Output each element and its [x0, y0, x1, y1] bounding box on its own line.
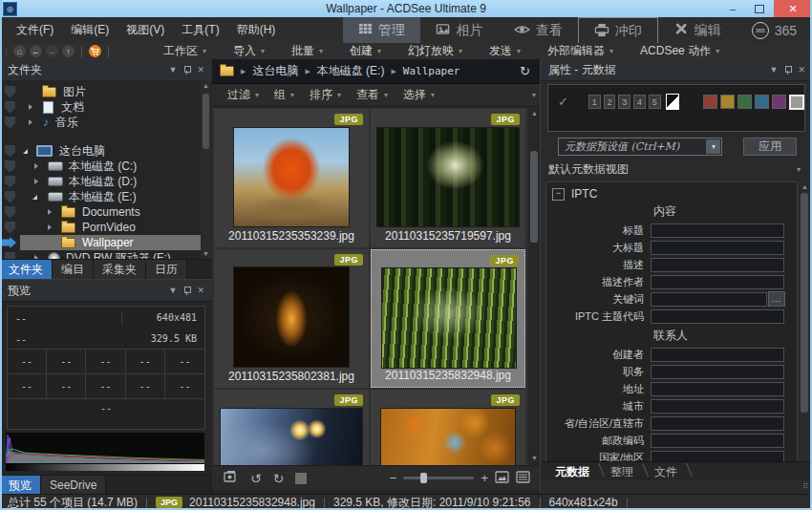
up-button[interactable]: ↑ — [62, 45, 75, 57]
scroll-down-icon[interactable]: ▼ — [529, 454, 540, 463]
thumbnail-tile[interactable]: JPG — [214, 390, 369, 465]
expand-icon[interactable] — [48, 224, 52, 230]
collapse-section-icon[interactable]: − — [552, 188, 565, 201]
tab-edit[interactable]: 编辑 — [658, 17, 737, 43]
view-menu[interactable]: 查看▾ — [349, 87, 395, 103]
apply-button[interactable]: 应用 — [743, 138, 797, 156]
panel-close-icon[interactable]: ✕ — [798, 65, 805, 74]
maximize-button[interactable] — [749, 0, 770, 17]
metadata-preset-combo[interactable]: 元数据预设值 (Ctrl+M) ▾ — [558, 138, 722, 156]
pin-icon[interactable] — [784, 66, 791, 74]
thumbnail-tile-selected[interactable]: JPG 20110315235832948.jpg — [371, 249, 525, 388]
panel-close-icon[interactable]: ✕ — [197, 65, 204, 74]
tab-folders[interactable]: 文件夹 — [0, 260, 53, 279]
import-photos-icon[interactable] — [224, 470, 239, 486]
menu-edit[interactable]: 编辑(E) — [62, 17, 118, 43]
combo-dropdown-icon[interactable]: ▾ — [706, 139, 720, 154]
toolbar-grip[interactable]: ⋮ — [2, 47, 10, 56]
scrollbar-thumb[interactable] — [530, 151, 538, 243]
zoom-slider[interactable] — [403, 477, 474, 479]
clear-rating-button[interactable] — [666, 94, 679, 110]
group-menu[interactable]: 组▾ — [267, 87, 302, 103]
tree-item-disk-d[interactable]: 本地磁盘 (D:) — [0, 174, 201, 189]
menu-file[interactable]: 文件(F) — [8, 17, 62, 43]
tab-print[interactable]: 冲印 — [578, 17, 658, 45]
metadata-field-input[interactable] — [651, 399, 784, 414]
metadata-field-input[interactable] — [651, 275, 784, 289]
zoom-in-button[interactable]: + — [481, 471, 488, 485]
slideshow-menu[interactable]: 幻灯放映▾ — [395, 43, 476, 59]
tag-checkbox[interactable]: ✓ — [558, 95, 568, 109]
expand-icon[interactable] — [48, 209, 52, 215]
metadata-scrollbar[interactable]: ▲ ▼ — [799, 181, 810, 473]
minimize-button[interactable]: – — [722, 0, 743, 17]
scroll-up-icon[interactable]: ▲ — [201, 81, 211, 91]
back-button[interactable]: ← — [30, 45, 42, 57]
metadata-view-selector[interactable]: 默认元数据视图 ▾ — [548, 160, 804, 178]
color-label-red[interactable] — [703, 95, 717, 109]
scroll-up-icon[interactable]: ▲ — [800, 182, 810, 192]
tree-item-pornvideo-folder[interactable]: PornVideo — [0, 220, 201, 235]
cart-icon[interactable] — [89, 45, 101, 57]
panel-menu-icon[interactable]: ▼ — [169, 65, 178, 74]
metadata-field-input[interactable] — [651, 309, 784, 324]
tree-item-documents-lib[interactable]: 文档 — [0, 99, 201, 115]
tab-metadata[interactable]: 元数据 — [546, 462, 602, 480]
zoom-out-button[interactable]: − — [390, 471, 397, 485]
thumbnail-image[interactable] — [234, 267, 349, 367]
tab-manage[interactable]: 管理 — [343, 17, 420, 43]
metadata-field-input[interactable] — [651, 348, 784, 362]
rating-4-button[interactable]: 4 — [633, 95, 646, 109]
expand-icon[interactable] — [29, 104, 32, 110]
rating-3-button[interactable]: 3 — [618, 95, 630, 109]
tab-photos[interactable]: 相片 — [420, 17, 499, 43]
thumbnail-tile[interactable]: JPG 20110315235719597.jpg — [371, 109, 525, 247]
color-label-yellow[interactable] — [720, 95, 735, 109]
thumbnail-tile[interactable]: JPG 20110315235802381.jpg — [214, 249, 369, 388]
metadata-field-input[interactable] — [651, 365, 784, 379]
tab-collections[interactable]: 采集夹 — [94, 260, 146, 279]
tree-item-this-pc[interactable]: 这台电脑 — [0, 143, 201, 159]
tree-item-music[interactable]: ♪ 音乐 — [0, 115, 201, 130]
collapse-icon[interactable] — [32, 195, 37, 200]
scroll-up-icon[interactable]: ▲ — [529, 109, 540, 118]
thumbnail-tile[interactable]: JPG 20110315235353239.jpg — [214, 109, 369, 247]
workspace-menu[interactable]: 工作区▾ — [150, 43, 220, 59]
stop-icon[interactable] — [295, 473, 307, 484]
color-label-purple[interactable] — [772, 95, 786, 109]
expand-icon[interactable] — [29, 119, 32, 125]
tab-preview[interactable]: 预览 — [0, 476, 41, 495]
preview-pane-toggle-icon[interactable] — [495, 471, 509, 486]
tree-item-pictures[interactable]: 图片 — [0, 84, 201, 99]
rotate-right-icon[interactable]: ↻ — [273, 471, 285, 486]
import-menu[interactable]: 导入▾ — [220, 43, 278, 59]
send-menu[interactable]: 发送▾ — [476, 43, 534, 59]
color-label-blue[interactable] — [755, 95, 769, 109]
rotate-left-icon[interactable]: ↺ — [250, 471, 262, 486]
tree-item-wallpaper-folder[interactable]: Wallpaper — [20, 235, 201, 250]
color-label-none[interactable] — [789, 95, 804, 110]
thumbnail-image[interactable] — [381, 409, 515, 465]
metadata-field-input[interactable] — [651, 416, 784, 431]
acdsee-actions-menu[interactable]: ACDSee 动作▾ — [627, 43, 733, 59]
metadata-field-input[interactable] — [651, 434, 784, 448]
pin-icon[interactable] — [183, 66, 190, 74]
panel-close-icon[interactable]: ✕ — [197, 286, 204, 295]
metadata-field-input[interactable] — [651, 241, 784, 255]
zoom-slider-thumb[interactable] — [420, 473, 427, 483]
tab-calendar[interactable]: 日历 — [146, 260, 187, 279]
metadata-field-input[interactable] — [651, 382, 784, 396]
thumbnail-image[interactable] — [382, 268, 516, 368]
scroll-down-icon[interactable]: ▼ — [201, 249, 211, 259]
file-list-scrollbar[interactable]: ▲ ▼ — [528, 107, 540, 465]
menu-view[interactable]: 视图(V) — [118, 17, 173, 43]
close-button[interactable]: ✕ — [774, 0, 812, 17]
expand-icon[interactable] — [34, 179, 38, 184]
details-view-icon[interactable] — [516, 471, 530, 486]
collapse-icon[interactable] — [23, 149, 28, 154]
thumbnail-image[interactable] — [377, 128, 519, 226]
thumbnail-tile[interactable]: JPG — [371, 390, 525, 465]
menu-help[interactable]: 帮助(H) — [228, 17, 285, 43]
resize-grip[interactable]: ⠿ — [802, 482, 809, 491]
sort-menu[interactable]: 排序▾ — [302, 87, 349, 103]
